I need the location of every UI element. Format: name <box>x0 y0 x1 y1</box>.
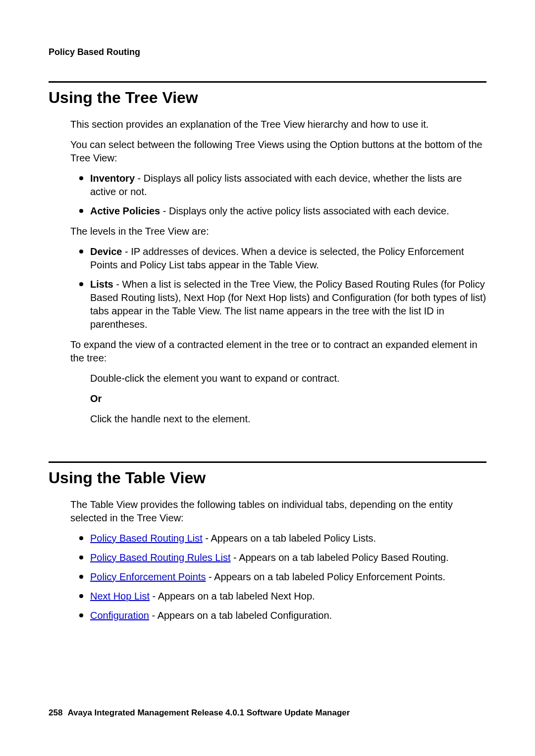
list-item: Policy Based Routing Rules List - Appear… <box>70 551 486 564</box>
list-item: Inventory - Displays all policy lists as… <box>70 172 486 199</box>
para: Click the handle next to the element. <box>90 412 486 426</box>
list-item: Lists - When a list is selected in the T… <box>70 278 486 331</box>
running-head: Policy Based Routing <box>49 47 486 57</box>
section1-body: This section provides an explanation of … <box>49 118 486 426</box>
term: Active Policies <box>90 205 160 216</box>
page-number: 258 <box>49 708 62 717</box>
para: You can select between the following Tre… <box>70 138 486 165</box>
desc: - Appears on a tab labeled Policy Enforc… <box>206 571 445 582</box>
desc: - Appears on a tab labeled Policy Based … <box>230 552 448 563</box>
list-item: Active Policies - Displays only the acti… <box>70 204 486 218</box>
term: Device <box>90 246 122 257</box>
section-rule <box>49 81 486 83</box>
link-configuration[interactable]: Configuration <box>90 610 149 621</box>
para: To expand the view of a contracted eleme… <box>70 338 486 365</box>
para: Double-click the element you want to exp… <box>90 372 486 385</box>
section1-heading: Using the Tree View <box>49 89 486 107</box>
tree-view-options-list: Inventory - Displays all policy lists as… <box>70 172 486 218</box>
desc: - Displays only the active policy lists … <box>160 205 449 216</box>
list-item: Device - IP addresses of devices. When a… <box>70 245 486 272</box>
list-item: Configuration - Appears on a tab labeled… <box>70 609 486 622</box>
desc: - Appears on a tab labeled Policy Lists. <box>203 533 376 544</box>
desc: - Displays all policy lists associated w… <box>90 173 462 197</box>
desc: - Appears on a tab labeled Next Hop. <box>150 591 315 602</box>
link-policy-enforcement-points[interactable]: Policy Enforcement Points <box>90 571 206 582</box>
footer-text: Avaya Integrated Management Release 4.0.… <box>67 708 350 717</box>
desc: - When a list is selected in the Tree Vi… <box>90 279 486 330</box>
para: This section provides an explanation of … <box>70 118 486 131</box>
list-item: Policy Enforcement Points - Appears on a… <box>70 570 486 584</box>
expand-instructions: Double-click the element you want to exp… <box>70 372 486 426</box>
page-footer: 258Avaya Integrated Management Release 4… <box>49 708 350 718</box>
or-label: Or <box>90 392 486 405</box>
para: The levels in the Tree View are: <box>70 225 486 238</box>
tree-view-levels-list: Device - IP addresses of devices. When a… <box>70 245 486 331</box>
section2-heading: Using the Table View <box>49 469 486 487</box>
link-pbr-list[interactable]: Policy Based Routing List <box>90 533 203 544</box>
list-item: Next Hop List - Appears on a tab labeled… <box>70 590 486 603</box>
para: The Table View provides the following ta… <box>70 498 486 525</box>
page: Policy Based Routing Using the Tree View… <box>0 0 535 622</box>
desc: - IP addresses of devices. When a device… <box>90 246 464 270</box>
section2-body: The Table View provides the following ta… <box>49 498 486 622</box>
section-rule <box>49 461 486 463</box>
term: Inventory <box>90 173 135 184</box>
table-view-list: Policy Based Routing List - Appears on a… <box>70 532 486 622</box>
link-next-hop-list[interactable]: Next Hop List <box>90 591 150 602</box>
term: Lists <box>90 279 113 290</box>
desc: - Appears on a tab labeled Configuration… <box>149 610 332 621</box>
list-item: Policy Based Routing List - Appears on a… <box>70 532 486 545</box>
link-pbr-rules-list[interactable]: Policy Based Routing Rules List <box>90 552 230 563</box>
